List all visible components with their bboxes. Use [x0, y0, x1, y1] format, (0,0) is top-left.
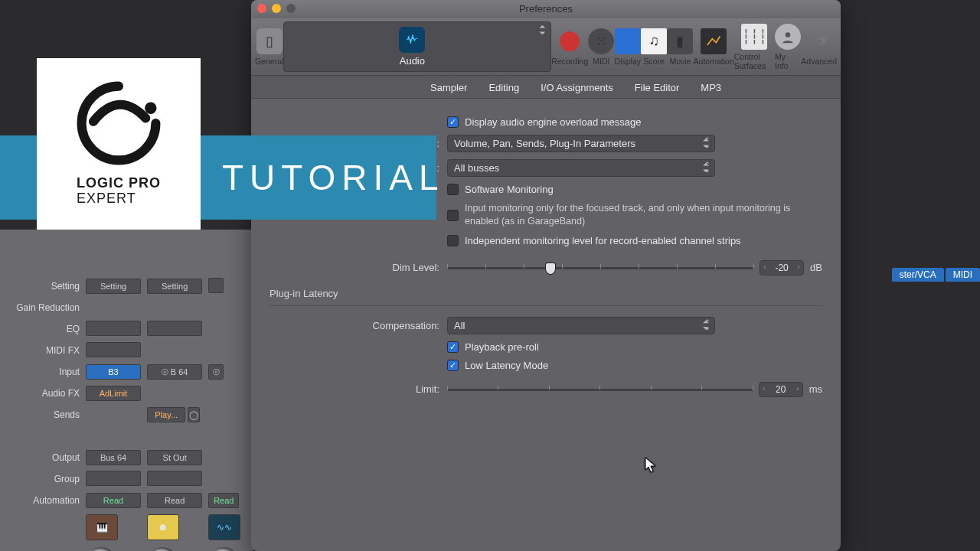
row-setting-label: Setting [0, 276, 83, 297]
preferences-toolbar: ▯General Audio Recording ⁙MIDI Display ♫… [251, 18, 841, 76]
output-bus64[interactable]: Bus 64 [86, 450, 141, 465]
logo-icon [77, 81, 161, 168]
midifx-slot-1[interactable] [86, 342, 141, 357]
label-overload-message: Display audio engine overload message [465, 116, 642, 128]
send-knob[interactable]: ◯ [188, 407, 200, 422]
auto-read-1[interactable]: Read [86, 493, 141, 508]
row-midifx-label: MIDI FX [0, 340, 83, 361]
eq-slot-2[interactable] [147, 321, 202, 336]
toolbar-automation[interactable]: Automation [694, 21, 734, 72]
toolbar-control-surfaces[interactable]: ┆┆┆Control Surfaces [734, 21, 775, 72]
minimize-icon[interactable] [272, 4, 281, 13]
audio-subtabs: Sampler Editing I/O Assignments File Edi… [251, 76, 841, 99]
send-play[interactable]: Play... [147, 407, 185, 422]
subtab-editing[interactable]: Editing [478, 77, 530, 98]
general-icon: ▯ [256, 28, 283, 54]
select-bus-assignment[interactable]: All busses⌃⌄ [447, 159, 715, 177]
label-limit: Limit: [270, 383, 447, 395]
setting-slot-3[interactable] [208, 278, 224, 293]
auto-read-3[interactable]: Read [208, 493, 239, 508]
stepper-dim-value[interactable]: -20 [760, 260, 804, 276]
unit-ms: ms [809, 383, 822, 395]
setting-slot-2[interactable]: Setting [147, 279, 202, 294]
checkbox-overload-message[interactable] [447, 116, 459, 128]
gear-icon [806, 28, 832, 54]
label-software-monitoring: Software Monitoring [465, 184, 554, 195]
auto-read-2[interactable]: Read [147, 493, 202, 508]
toolbar-advanced[interactable]: Advanced [801, 21, 837, 72]
logo-text-line2: EXPERT [77, 191, 161, 207]
svg-point-0 [786, 32, 791, 37]
checkbox-software-monitoring[interactable] [447, 184, 459, 195]
track-icon-1[interactable]: 🎹 [86, 514, 118, 540]
input-b3[interactable]: B3 [86, 364, 141, 380]
display-icon [615, 28, 641, 54]
toolbar-recording[interactable]: Recording [551, 21, 588, 72]
pan-knob-1[interactable] [86, 547, 116, 552]
mixer-panel: Setting Setting Setting Gain Reduction E… [0, 230, 253, 551]
stepper-limit-value[interactable]: 20 [759, 382, 803, 397]
divider [270, 305, 822, 306]
preferences-titlebar[interactable]: Preferences [251, 0, 841, 18]
subtab-file-editor[interactable]: File Editor [624, 77, 691, 98]
midi-icon: ⁙ [588, 28, 614, 54]
select-sample-accurate[interactable]: Volume, Pan, Sends, Plug-In Parameters⌃⌄ [447, 135, 715, 152]
checkbox-independent-monitoring[interactable] [447, 235, 459, 246]
checkbox-input-monitoring-focused[interactable] [447, 210, 459, 221]
toolbar-display[interactable]: Display [615, 21, 641, 72]
checkbox-low-latency-mode[interactable] [447, 360, 459, 371]
movie-icon: ▮ [667, 28, 693, 54]
svg-point-1 [145, 103, 156, 114]
label-playback-preroll: Playback pre-roll [465, 341, 539, 353]
slider-limit[interactable] [447, 383, 753, 396]
mixer-right-tabs: ster/VCA MIDI [890, 268, 980, 282]
tab-midi[interactable]: MIDI [946, 268, 980, 282]
row-output-label: Output [0, 447, 83, 468]
subtab-io-assignments[interactable]: I/O Assignments [530, 77, 624, 98]
close-icon[interactable] [257, 4, 266, 13]
row-gain-label: Gain Reduction [0, 297, 83, 318]
score-icon: ♫ [641, 28, 667, 54]
preferences-window: Preferences ▯General Audio Recording ⁙MI… [251, 0, 841, 551]
pan-knob-3[interactable] [208, 547, 239, 552]
setting-slot-1[interactable]: Setting [86, 279, 141, 294]
track-icon-2[interactable]: ⏺ [147, 514, 179, 540]
subtab-sampler[interactable]: Sampler [420, 77, 478, 98]
input-link[interactable]: ⦾ [208, 364, 224, 380]
row-automation-label: Automation [0, 490, 83, 511]
tutorial-banner-text: TUTORIAL [222, 157, 445, 198]
checkbox-playback-preroll[interactable] [447, 341, 459, 353]
section-plugin-latency: Plug-in Latency [270, 288, 822, 299]
label-input-monitoring-focused: Input monitoring only for the focused tr… [465, 202, 822, 228]
select-compensation[interactable]: All⌃⌄ [447, 317, 715, 334]
slider-dim-level[interactable] [447, 261, 753, 275]
group-2[interactable] [147, 471, 202, 486]
logo-text-line1: LOGIC PRO [77, 176, 161, 191]
subtab-mp3[interactable]: MP3 [690, 77, 732, 98]
toolbar-movie[interactable]: ▮Movie [667, 21, 693, 72]
myinfo-icon [775, 24, 801, 50]
input-b64[interactable]: ⦾ B 64 [147, 364, 202, 380]
track-icon-3[interactable]: ∿∿ [208, 514, 240, 540]
toolbar-score[interactable]: ♫Score [641, 21, 667, 72]
toolbar-myinfo[interactable]: My Info [775, 21, 801, 72]
logo-card: LOGIC PRO EXPERT [37, 58, 201, 230]
zoom-icon [286, 4, 296, 13]
pan-knob-2[interactable] [147, 547, 178, 552]
audio-icon [399, 27, 425, 53]
toolbar-general[interactable]: ▯General [255, 21, 283, 72]
row-sends-label: Sends [0, 404, 83, 425]
label-independent-monitoring: Independent monitoring level for record-… [465, 235, 741, 246]
eq-slot-1[interactable] [86, 321, 141, 336]
record-icon [557, 28, 583, 54]
row-eq-label: EQ [0, 318, 83, 340]
audiofx-adlimit[interactable]: AdLimit [86, 386, 141, 401]
group-1[interactable] [86, 471, 141, 486]
toolbar-audio[interactable]: Audio [283, 21, 551, 72]
tab-master-vca[interactable]: ster/VCA [892, 268, 944, 282]
row-input-label: Input [0, 361, 83, 383]
output-stout[interactable]: St Out [147, 450, 202, 465]
toolbar-midi[interactable]: ⁙MIDI [588, 21, 614, 72]
slider-dim-thumb[interactable] [545, 262, 556, 275]
label-low-latency-mode: Low Latency Mode [465, 360, 548, 371]
